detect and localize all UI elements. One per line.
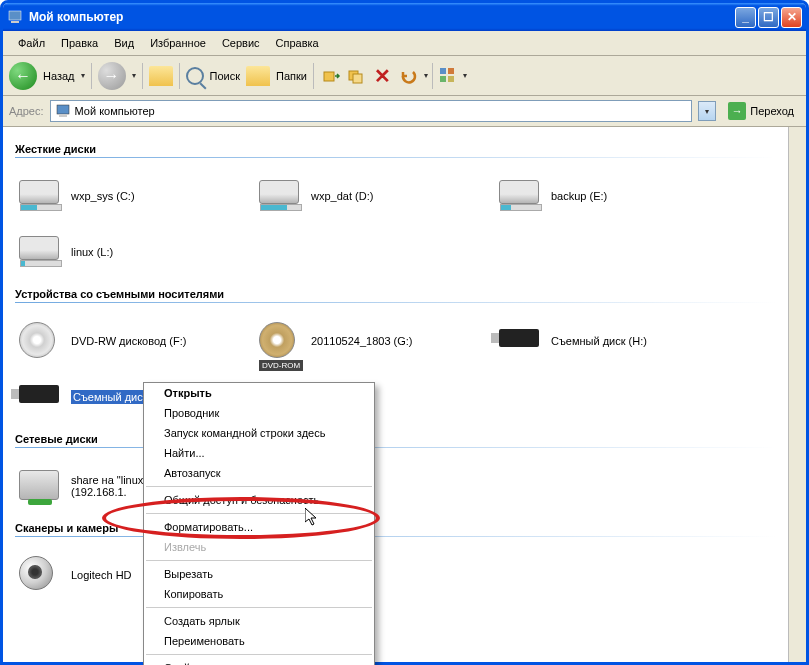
ctx-shortcut[interactable]: Создать ярлык — [144, 611, 374, 631]
svg-rect-10 — [59, 115, 67, 117]
dvdrom-icon: DVD-ROM — [259, 319, 303, 363]
back-label: Назад — [43, 70, 75, 82]
address-value: Мой компьютер — [75, 105, 155, 117]
section-hard-drives: Жесткие диски — [15, 139, 776, 157]
window-title: Мой компьютер — [29, 10, 735, 24]
drive-label: DVD-RW дисковод (F:) — [71, 335, 186, 347]
move-icon[interactable] — [320, 65, 342, 87]
dropdown-icon[interactable]: ▾ — [81, 71, 85, 80]
ctx-open[interactable]: Открыть — [144, 383, 374, 403]
drive-e[interactable]: backup (E:) — [495, 168, 735, 224]
drive-h-usb[interactable]: Съемный диск (H:) — [495, 313, 735, 369]
toolbar: ← Назад ▾ → ▾ Поиск Папки ✕ ▾ ▾ — [3, 56, 806, 96]
separator — [432, 63, 433, 89]
svg-rect-8 — [448, 76, 454, 82]
dropdown-icon[interactable]: ▾ — [132, 71, 136, 80]
usb-icon — [19, 375, 63, 419]
arrow-right-icon: → — [104, 67, 120, 85]
content-area: Жесткие диски wxp_sys (C:) wxp_dat (D:) … — [3, 127, 788, 662]
address-label: Адрес: — [9, 105, 44, 117]
up-folder-icon[interactable] — [149, 66, 173, 86]
ctx-sharing[interactable]: Общий доступ и безопасность... — [144, 490, 374, 510]
hdd-icon — [19, 174, 63, 218]
toolbar-icons: ✕ ▾ ▾ — [320, 63, 467, 89]
go-icon: → — [728, 102, 746, 120]
go-button[interactable]: → Переход — [722, 100, 800, 122]
copy-icon[interactable] — [346, 65, 368, 87]
close-button[interactable]: ✕ — [781, 7, 802, 28]
ctx-copy[interactable]: Копировать — [144, 584, 374, 604]
svg-rect-1 — [11, 21, 19, 23]
menu-edit[interactable]: Правка — [54, 35, 105, 51]
ctx-cut[interactable]: Вырезать — [144, 564, 374, 584]
svg-rect-2 — [324, 72, 334, 81]
back-button[interactable]: ← — [9, 62, 37, 90]
hard-drives-grid: wxp_sys (C:) wxp_dat (D:) backup (E:) li… — [15, 168, 776, 280]
ctx-properties[interactable]: Свойства — [144, 658, 374, 665]
delete-icon[interactable]: ✕ — [372, 65, 394, 87]
address-input[interactable]: Мой компьютер — [50, 100, 693, 122]
menu-view[interactable]: Вид — [107, 35, 141, 51]
hdd-icon — [19, 230, 63, 274]
address-dropdown[interactable]: ▾ — [698, 101, 716, 121]
menu-tools[interactable]: Сервис — [215, 35, 267, 51]
drive-f-dvd[interactable]: DVD-RW дисковод (F:) — [15, 313, 255, 369]
views-icon[interactable] — [437, 65, 459, 87]
ctx-separator — [146, 607, 372, 608]
divider — [15, 302, 776, 303]
maximize-button[interactable]: ☐ — [758, 7, 779, 28]
ctx-find[interactable]: Найти... — [144, 443, 374, 463]
ctx-explorer[interactable]: Проводник — [144, 403, 374, 423]
computer-icon — [7, 9, 23, 25]
arrow-left-icon: ← — [15, 67, 31, 85]
drive-g-dvdrom[interactable]: DVD-ROM 20110524_1803 (G:) — [255, 313, 495, 369]
section-scanners: Сканеры и камеры — [15, 518, 776, 536]
dropdown-icon[interactable]: ▾ — [463, 71, 467, 80]
separator — [179, 63, 180, 89]
ctx-separator — [146, 513, 372, 514]
dvd-icon — [19, 319, 63, 363]
search-label: Поиск — [210, 70, 240, 82]
svg-rect-4 — [353, 74, 362, 83]
scrollbar[interactable] — [788, 127, 806, 662]
dropdown-icon[interactable]: ▾ — [424, 71, 428, 80]
drive-c[interactable]: wxp_sys (C:) — [15, 168, 255, 224]
undo-icon[interactable] — [398, 65, 420, 87]
ctx-separator — [146, 654, 372, 655]
section-removable: Устройства со съемными носителями — [15, 284, 776, 302]
search-icon[interactable] — [186, 67, 204, 85]
forward-button[interactable]: → — [98, 62, 126, 90]
drive-l[interactable]: linux (L:) — [15, 224, 255, 280]
context-menu: Открыть Проводник Запуск командной строк… — [143, 382, 375, 665]
ctx-separator — [146, 560, 372, 561]
svg-rect-0 — [9, 11, 21, 20]
separator — [313, 63, 314, 89]
divider — [15, 157, 776, 158]
folders-icon[interactable] — [246, 66, 270, 86]
ctx-cmd[interactable]: Запуск командной строки здесь — [144, 423, 374, 443]
ctx-separator — [146, 486, 372, 487]
go-label: Переход — [750, 105, 794, 117]
svg-rect-7 — [440, 76, 446, 82]
menu-favorites[interactable]: Избранное — [143, 35, 213, 51]
divider — [15, 536, 776, 537]
webcam-icon — [19, 553, 63, 597]
network-grid: share на "linux (192.168.1. — [15, 458, 776, 514]
menu-help[interactable]: Справка — [269, 35, 326, 51]
ctx-format[interactable]: Форматировать... — [144, 517, 374, 537]
svg-rect-6 — [448, 68, 454, 74]
separator — [142, 63, 143, 89]
scanners-grid: Logitech HD — [15, 547, 776, 603]
ctx-rename[interactable]: Переименовать — [144, 631, 374, 651]
menu-file[interactable]: Файл — [11, 35, 52, 51]
drive-label: 20110524_1803 (G:) — [311, 335, 413, 347]
svg-rect-5 — [440, 68, 446, 74]
drive-label: Logitech HD — [71, 569, 132, 581]
section-network: Сетевые диски — [15, 429, 776, 447]
drive-d[interactable]: wxp_dat (D:) — [255, 168, 495, 224]
titlebar: Мой компьютер _ ☐ ✕ — [3, 3, 806, 31]
hdd-icon — [499, 174, 543, 218]
minimize-button[interactable]: _ — [735, 7, 756, 28]
ctx-eject[interactable]: Извлечь — [144, 537, 374, 557]
ctx-autoplay[interactable]: Автозапуск — [144, 463, 374, 483]
